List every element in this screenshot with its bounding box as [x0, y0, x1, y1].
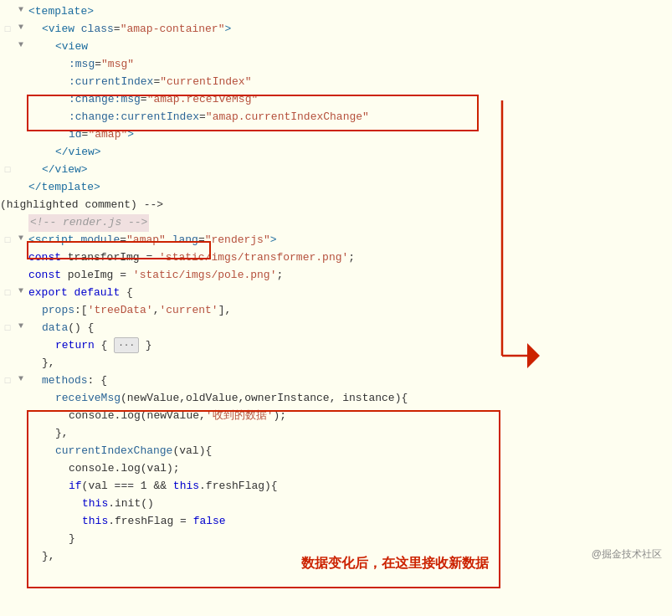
line-gutter [0, 267, 15, 269]
line-gutter: □ [0, 232, 15, 249]
fold-icon[interactable]: ▼ [15, 38, 27, 52]
code-line: □ ▼ <view class="amap-container"> [0, 21, 672, 38]
line-content: <template> [27, 3, 672, 21]
line-content: console.log(val); [27, 460, 672, 478]
code-line: ▼ <view [0, 38, 672, 56]
code-line: props:['treeData','current'], [0, 302, 672, 320]
line-gutter: □ [0, 285, 15, 301]
line-content: </template> [27, 179, 672, 197]
line-content: :msg="msg" [27, 56, 672, 74]
line-gutter [0, 56, 15, 58]
line-content: this.init() [27, 495, 672, 513]
line-gutter [0, 144, 15, 146]
line-content: currentIndexChange(val){ [27, 443, 672, 460]
line-content: :change:msg="amap.receiveMsg" [27, 91, 672, 109]
line-gutter [0, 408, 15, 409]
line-content: <view class="amap-container"> [27, 21, 672, 38]
line-content: receiveMsg(newValue,oldValue,ownerInstan… [27, 390, 672, 408]
code-line: id="amap"> [0, 126, 672, 144]
code-line: </view> [0, 144, 672, 162]
fold-icon[interactable]: ▼ [15, 320, 27, 333]
code-line: console.log(newValue,'收到的数据'); [0, 408, 672, 425]
line-gutter [0, 38, 15, 40]
line-content: <script module="amap" lang="renderjs"> [27, 232, 672, 249]
line-content: if(val === 1 && this.freshFlag){ [27, 478, 672, 495]
line-content: return { ··· } [27, 337, 672, 355]
code-line: return { ··· } [0, 337, 672, 355]
code-line: }, [0, 548, 672, 566]
line-content: const transforImg = 'static/imgs/transfo… [27, 249, 672, 267]
code-line: console.log(val); [0, 460, 672, 478]
line-gutter: □ [0, 162, 15, 178]
line-gutter [0, 548, 15, 550]
code-line: currentIndexChange(val){ [0, 443, 672, 460]
line-content: methods: { [27, 372, 672, 390]
code-line: ▼ <template> [0, 3, 672, 21]
line-gutter [0, 74, 15, 75]
line-gutter [0, 443, 15, 444]
line-gutter [0, 91, 15, 93]
line-gutter [0, 179, 15, 181]
code-line: <!-- render.js --> [0, 214, 672, 232]
line-content: export default { [27, 285, 672, 302]
line-content: </view> [27, 162, 672, 179]
line-gutter [0, 126, 15, 128]
code-line: :change:msg="amap.receiveMsg" [0, 91, 672, 109]
code-line: :currentIndex="currentIndex" [0, 74, 672, 91]
line-gutter [0, 355, 15, 357]
line-gutter [0, 425, 15, 427]
line-content: data() { [27, 320, 672, 337]
line-gutter: □ [0, 21, 15, 38]
line-gutter [0, 249, 15, 251]
line-content: id="amap"> [27, 126, 672, 144]
line-gutter: □ [0, 320, 15, 336]
line-gutter [0, 460, 15, 462]
code-line: }, [0, 425, 672, 443]
line-content: <view [27, 38, 672, 56]
line-gutter [0, 390, 15, 392]
line-gutter [0, 495, 15, 497]
code-line: } [0, 531, 672, 548]
fold-icon[interactable]: ▼ [15, 3, 27, 17]
watermark: @掘金技术社区 [592, 547, 662, 562]
code-line: this.init() [0, 495, 672, 513]
code-line: :change:currentIndex="amap.currentIndexC… [0, 109, 672, 126]
line-content: :change:currentIndex="amap.currentIndexC… [27, 109, 672, 126]
line-content: :currentIndex="currentIndex" [27, 74, 672, 91]
code-line: this.freshFlag = false [0, 513, 672, 531]
line-content: }, [27, 425, 672, 443]
line-gutter [0, 3, 15, 5]
code-line: :msg="msg" [0, 56, 672, 74]
line-content: console.log(newValue,'收到的数据'); [27, 408, 672, 425]
line-content: } [27, 531, 672, 548]
code-line: □ ▼ methods: { [0, 372, 672, 390]
line-gutter [0, 513, 15, 515]
line-gutter [0, 337, 15, 339]
line-gutter [0, 214, 15, 216]
line-content: }, [27, 355, 672, 372]
line-content: </view> [27, 144, 672, 162]
line-gutter [0, 478, 15, 480]
line-content: }, [27, 548, 672, 566]
code-line: □ ▼ <script module="amap" lang="renderjs… [0, 232, 672, 249]
line-content: <!-- render.js --> [27, 214, 672, 232]
fold-icon[interactable]: ▼ [15, 21, 27, 34]
code-line: const poleImg = 'static/imgs/pole.png'; [0, 267, 672, 285]
collapse-button[interactable]: ··· [114, 337, 139, 354]
line-gutter [0, 531, 15, 532]
line-gutter: □ [0, 372, 15, 389]
code-line: □ </view> [0, 162, 672, 179]
code-line: </template> [0, 179, 672, 197]
code-line: receiveMsg(newValue,oldValue,ownerInstan… [0, 390, 672, 408]
code-editor: ▼ <template> □ ▼ <view class="amap-conta… [0, 0, 672, 569]
line-gutter [0, 109, 15, 110]
fold-icon[interactable]: ▼ [15, 232, 27, 245]
fold-icon[interactable]: ▼ [15, 285, 27, 298]
line-content: this.freshFlag = false [27, 513, 672, 531]
fold-icon[interactable]: ▼ [15, 372, 27, 386]
code-line: □ ▼ data() { [0, 320, 672, 337]
line-content: props:['treeData','current'], [27, 302, 672, 320]
line-gutter [0, 302, 15, 304]
code-line: const transforImg = 'static/imgs/transfo… [0, 249, 672, 267]
code-line: }, [0, 355, 672, 372]
